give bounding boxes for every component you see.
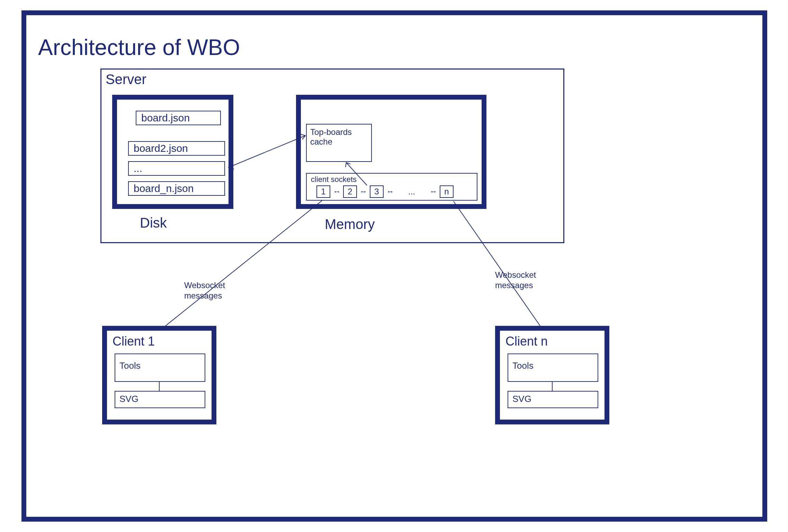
bidi-arrow-icon: ↔ [360,187,367,196]
bidi-arrow-icon: ↔ [333,187,340,196]
socket-row: 1 ↔ 2 ↔ 3 ↔ ... ↔ n [316,185,454,198]
client-1-title: Client 1 [113,334,155,349]
diagram-title: Architecture of WBO [38,35,240,60]
server-title: Server [106,72,146,87]
bidi-arrow-icon: ↔ [386,187,394,196]
bidi-arrow-icon: ↔ [430,187,437,196]
socket-ellipsis: ... [396,187,427,196]
client-n-svg: SVG [508,391,598,408]
socket-1: 1 [316,185,330,198]
memory-label: Memory [325,217,375,232]
client-n-tools: Tools [508,354,598,382]
socket-3: 3 [370,185,384,198]
socket-n: n [440,185,454,198]
client-1-box: Client 1 Tools SVG [102,326,216,424]
disk-label: Disk [140,215,167,231]
client-1-connector [159,382,160,391]
disk-file-2: ... [128,161,225,176]
client-n-connector [552,382,553,391]
websocket-label-n: Websocketmessages [495,270,536,291]
disk-file-3: board_n.json [128,181,225,196]
disk-file-0: board.json [136,111,221,125]
client-n-box: Client n Tools SVG [495,326,609,424]
websocket-label-1: Websocketmessages [184,280,225,301]
socket-2: 2 [343,185,357,198]
cache-box: Top-boardscache [306,124,372,162]
client-1-svg: SVG [115,391,205,408]
client-sockets-label: client sockets [311,175,357,184]
client-1-tools: Tools [115,354,205,382]
disk-file-1: board2.json [128,141,225,156]
client-n-title: Client n [505,334,548,349]
client-sockets-box: client sockets 1 ↔ 2 ↔ 3 ↔ ... ↔ n [306,173,477,201]
diagram-canvas: Architecture of WBO Server Disk board.js… [0,0,788,532]
